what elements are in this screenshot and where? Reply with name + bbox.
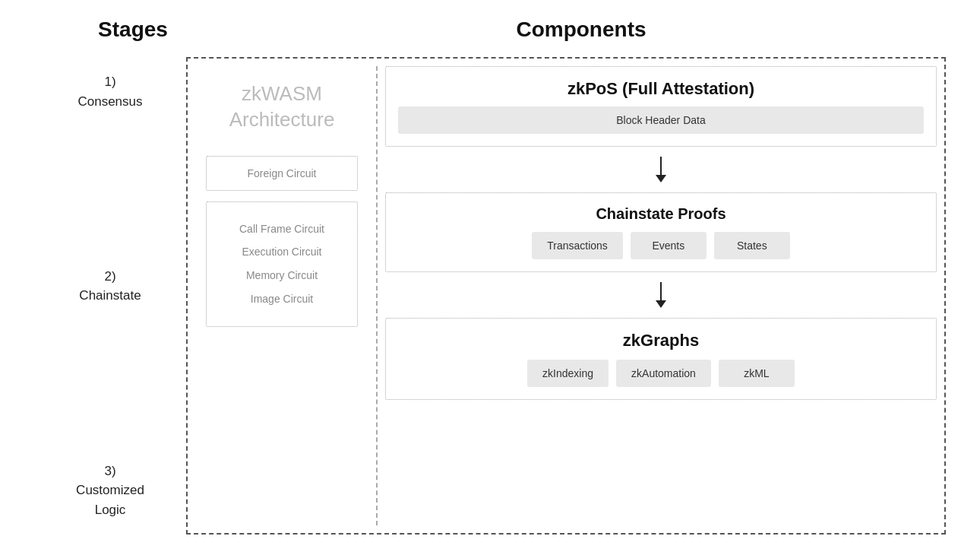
chip-zkautomation: zkAutomation <box>616 360 711 387</box>
circuits-box: Call Frame Circuit Execution Circuit Mem… <box>206 201 358 327</box>
arrow-head-2 <box>656 300 666 308</box>
chainstate-section: Chainstate Proofs Transactions Events St… <box>385 192 937 272</box>
components-area: zkWASMArchitecture Foreign Circuit Call … <box>186 57 946 535</box>
stage-1-label: Consensus <box>77 94 142 109</box>
arrow-down-1 <box>656 157 666 182</box>
stage-3-label: CustomizedLogic <box>76 483 144 517</box>
zkgraphs-chips-row: zkIndexing zkAutomation zkML <box>398 360 924 387</box>
headers-row: Stages Components <box>34 17 946 42</box>
zkgraphs-title: zkGraphs <box>398 331 924 351</box>
stage-2: 2) Chainstate <box>42 267 179 306</box>
chip-states: States <box>714 232 790 259</box>
circuit-1: Call Frame Circuit <box>222 217 342 241</box>
zkpos-bold: zkPoS <box>567 79 618 98</box>
chainstate-title: Chainstate Proofs <box>398 205 924 223</box>
chip-zkml: zkML <box>719 360 795 387</box>
main-container: Stages Components 1) Consensus 2) Chains… <box>34 17 946 535</box>
stages-header: Stages <box>49 17 217 42</box>
circuit-4: Image Circuit <box>222 287 342 311</box>
chip-zkindexing: zkIndexing <box>527 360 609 387</box>
block-header-label: Block Header Data <box>616 114 706 126</box>
stage-1: 1) Consensus <box>42 72 179 111</box>
chip-events: Events <box>631 232 707 259</box>
stage-2-label: Chainstate <box>79 288 141 303</box>
arrow-1 <box>385 154 937 185</box>
zkwasm-column: zkWASMArchitecture Foreign Circuit Call … <box>195 66 378 525</box>
zkwasm-title: zkWASMArchitecture <box>229 81 335 133</box>
stage-3: 3) CustomizedLogic <box>42 462 179 520</box>
stage-3-number: 3) <box>104 464 115 478</box>
components-header: Components <box>217 17 946 42</box>
arrow-line-2 <box>660 282 662 300</box>
arrow-line-1 <box>660 157 662 175</box>
arrow-down-2 <box>656 282 666 308</box>
zkpos-title: zkPoS (Full Attestation) <box>398 79 924 99</box>
circuit-3: Memory Circuit <box>222 264 342 287</box>
zkpos-section: zkPoS (Full Attestation) Block Header Da… <box>385 66 937 147</box>
circuit-2: Execution Circuit <box>222 240 342 264</box>
arrow-head-1 <box>656 175 666 182</box>
stages-column: 1) Consensus 2) Chainstate 3) Customized… <box>34 57 186 535</box>
arrow-2 <box>385 280 937 310</box>
chainstate-chips-row: Transactions Events States <box>398 232 924 259</box>
stage-1-number: 1) <box>104 75 115 89</box>
foreign-circuit-box: Foreign Circuit <box>206 156 358 191</box>
block-header-box: Block Header Data <box>398 106 924 134</box>
foreign-circuit-label: Foreign Circuit <box>247 167 316 179</box>
content-row: 1) Consensus 2) Chainstate 3) Customized… <box>34 57 946 535</box>
zkgraphs-section: zkGraphs zkIndexing zkAutomation zkML <box>385 318 937 400</box>
right-column: zkPoS (Full Attestation) Block Header Da… <box>385 66 937 525</box>
zkpos-subtitle: (Full Attestation) <box>622 79 754 98</box>
stage-2-number: 2) <box>104 269 115 284</box>
chip-transactions: Transactions <box>532 232 623 259</box>
